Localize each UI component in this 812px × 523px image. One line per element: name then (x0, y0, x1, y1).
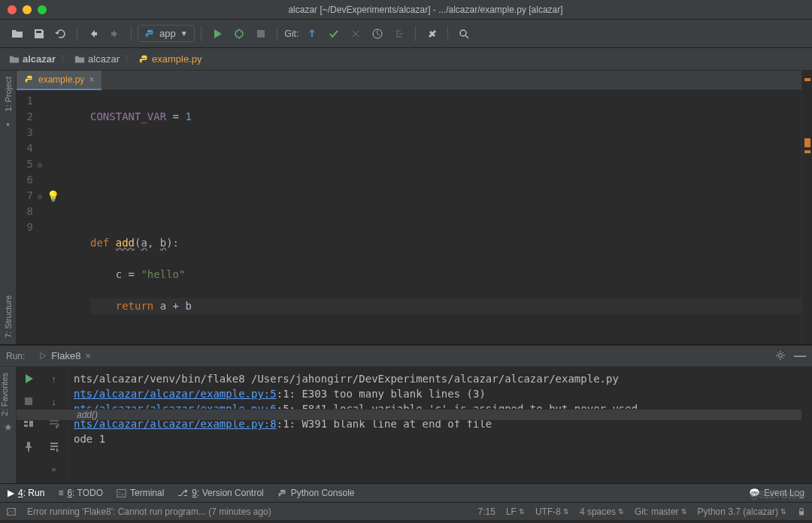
svg-rect-9 (29, 421, 33, 427)
star-icon: ★ (0, 422, 16, 433)
git-commit-icon[interactable] (324, 24, 344, 44)
code-area[interactable]: 123456789 ⊖ 💡 ⊖ CONSTANT_VAR = 1 def add… (17, 90, 801, 409)
editor-breadcrumb[interactable]: add() (17, 409, 801, 420)
titlebar: alcazar [~/DevExperiments/alcazar] - ...… (0, 0, 812, 20)
line-numbers: 123456789 (17, 93, 38, 409)
nav-file[interactable]: example.py (138, 53, 201, 65)
svg-rect-8 (24, 425, 28, 427)
tab-python-console[interactable]: Python Console (277, 488, 355, 498)
svg-rect-2 (257, 30, 265, 38)
svg-point-4 (460, 30, 466, 36)
terminal-icon (117, 488, 126, 498)
nav-root[interactable]: alcazar (9, 53, 56, 65)
back-icon[interactable] (83, 24, 103, 44)
main-toolbar: app ▼ Git: (0, 20, 812, 48)
minimize-window-button[interactable] (23, 5, 32, 14)
more-icon[interactable]: » (47, 461, 62, 476)
editor-tab-example[interactable]: example.py × (17, 71, 102, 90)
git-revert-icon[interactable] (389, 24, 409, 44)
window-controls (8, 5, 47, 14)
git-compare-icon[interactable] (346, 24, 365, 44)
folder-icon: ▪ (6, 119, 10, 130)
status-interpreter[interactable]: Python 3.7 (alcazar) ⇅ (698, 506, 786, 517)
debug-icon[interactable] (229, 24, 249, 44)
python-file-icon (138, 54, 149, 65)
python-icon (277, 488, 287, 498)
status-indent[interactable]: 4 spaces ⇅ (580, 506, 624, 517)
git-update-icon[interactable] (302, 24, 322, 44)
warning-bulb-icon[interactable]: 💡 (47, 189, 59, 204)
navigation-bar: alcazar 〉 alcazar 〉 example.py (0, 48, 812, 71)
nav-folder[interactable]: alcazar (74, 53, 120, 65)
save-icon[interactable] (29, 24, 49, 44)
tab-todo[interactable]: ≡6: TODO (58, 488, 103, 498)
folder-icon (9, 54, 20, 65)
search-icon[interactable] (454, 24, 474, 44)
scroll-to-end-icon[interactable] (47, 439, 62, 454)
folder-icon (74, 54, 85, 65)
tab-terminal[interactable]: Terminal (117, 488, 164, 498)
close-window-button[interactable] (8, 5, 17, 14)
tab-run[interactable]: ▶4: Run (8, 488, 44, 498)
status-caret-position[interactable]: 7:15 (478, 506, 495, 517)
git-label: Git: (285, 29, 299, 39)
tab-label: example.py (38, 74, 84, 85)
status-lock-icon[interactable] (797, 507, 806, 516)
fold-end-icon[interactable]: ⊖ (38, 189, 42, 204)
run-config-selector[interactable]: app ▼ (138, 25, 195, 42)
status-bar: Error running 'Flake8': Cannot run progr… (0, 502, 812, 520)
stop-icon[interactable] (21, 394, 36, 409)
fold-icon[interactable]: ⊖ (38, 157, 42, 173)
status-encoding[interactable]: UTF-8 ⇅ (535, 506, 569, 517)
main-area: 1: Project ▪ 7: Structure example.py × 1… (0, 71, 812, 344)
chevron-down-icon: ▼ (180, 29, 188, 38)
svg-rect-6 (25, 398, 32, 405)
status-notifications-icon[interactable] (6, 506, 17, 517)
status-git-branch[interactable]: Git: master ⇅ (635, 506, 687, 517)
code-text[interactable]: CONSTANT_VAR = 1 def add(a, b): c = "hel… (90, 93, 801, 409)
left-tool-rail: 1: Project ▪ 7: Structure (0, 71, 17, 344)
editor: example.py × 123456789 ⊖ 💡 ⊖ CONSTANT_VA… (17, 71, 801, 344)
editor-overview-ruler[interactable] (801, 71, 812, 344)
refresh-icon[interactable] (51, 24, 71, 44)
run-config-label: app (159, 28, 176, 39)
status-line-separator[interactable]: LF ⇅ (506, 506, 525, 517)
gutter-icons: ⊖ 💡 ⊖ (38, 93, 90, 409)
tab-vcs[interactable]: ⎇9: Version Control (177, 488, 263, 498)
stop-icon[interactable] (251, 24, 271, 44)
structure-tool-tab[interactable]: 7: Structure (4, 295, 13, 338)
settings-icon[interactable] (422, 24, 441, 44)
favorites-tool-tab[interactable]: 2: Favorites (0, 373, 9, 416)
favorites-rail: 2: Favorites ★ (0, 367, 17, 483)
pin-icon[interactable] (21, 439, 36, 454)
status-error-message[interactable]: Error running 'Flake8': Cannot run progr… (27, 506, 271, 517)
svg-point-0 (148, 30, 149, 31)
project-tool-tab[interactable]: 1: Project (4, 77, 13, 111)
svg-rect-7 (24, 421, 28, 423)
open-icon[interactable] (8, 24, 27, 44)
python-file-icon (24, 74, 34, 84)
forward-icon[interactable] (105, 24, 125, 44)
editor-tabs: example.py × (17, 71, 801, 90)
run-icon[interactable] (208, 24, 227, 44)
svg-rect-12 (799, 511, 804, 515)
zoom-window-button[interactable] (38, 5, 47, 14)
watermark: @51CTO博客 (750, 489, 806, 502)
window-title: alcazar [~/DevExperiments/alcazar] - ...… (47, 5, 804, 15)
python-icon (144, 29, 155, 39)
bottom-tool-tabs: ▶4: Run ≡6: TODO Terminal ⎇9: Version Co… (0, 483, 812, 502)
close-tab-icon[interactable]: × (89, 74, 94, 85)
git-history-icon[interactable] (368, 24, 387, 44)
